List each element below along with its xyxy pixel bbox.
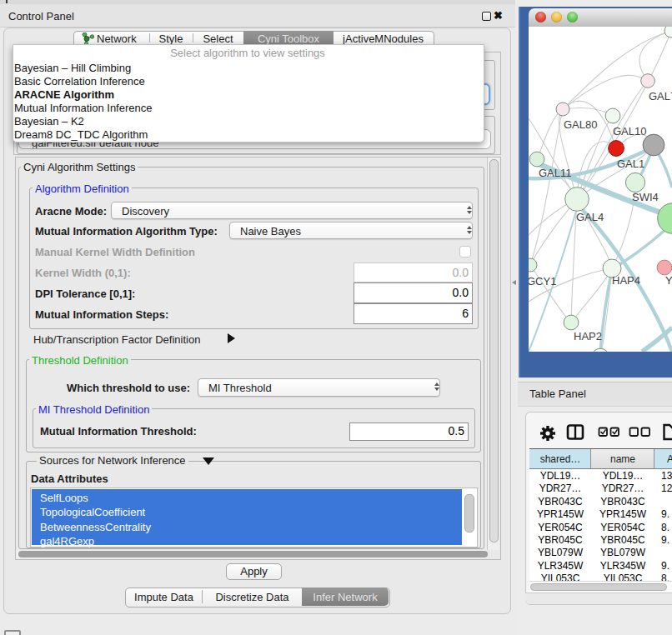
svg-text:GCY1: GCY1: [529, 275, 556, 288]
svg-text:SWI4: SWI4: [632, 191, 659, 203]
svg-text:GAL7: GAL7: [649, 90, 672, 102]
svg-text:GAL80: GAL80: [564, 118, 597, 131]
svg-text:HAP2: HAP2: [574, 330, 602, 342]
svg-text:GAL10: GAL10: [613, 125, 646, 138]
svg-text:GAL11: GAL11: [539, 167, 572, 179]
svg-text:YM: YM: [665, 274, 672, 287]
svg-text:GAL1: GAL1: [617, 158, 644, 170]
svg-text:GAL4: GAL4: [576, 211, 604, 223]
svg-text:HAP4: HAP4: [612, 274, 640, 287]
